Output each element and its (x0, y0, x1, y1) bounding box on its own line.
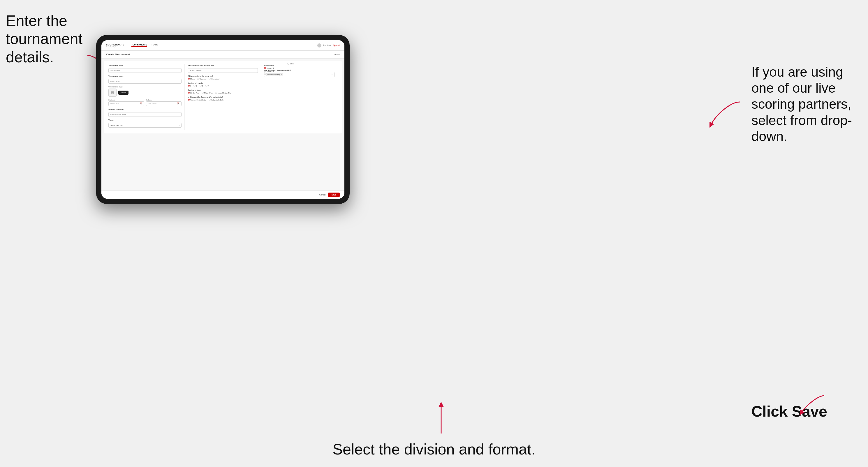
event-type-label: Is this event for Teams and/or Individua… (188, 96, 258, 98)
end-date-field: End date Pick a date 📅 (146, 99, 182, 106)
venue-wrapper: Search golf club (108, 122, 182, 128)
format-5count4[interactable]: 5 count 4 (264, 67, 335, 69)
third-party-caret: ▾ (332, 74, 333, 76)
event-individuals[interactable]: Individuals Only (209, 99, 223, 101)
rounds-2-radio[interactable] (193, 85, 195, 87)
start-date-field: Start date Pick a date 📅 (108, 99, 144, 106)
scoring-medal[interactable]: Medal Match Play (215, 92, 231, 94)
nav-link-teams[interactable]: TEAMS (151, 44, 158, 47)
event-teams-label: Teams (+Individuals) (190, 99, 206, 101)
start-date-label: Start date (108, 99, 144, 101)
third-party-tag: Leaderboard King × (266, 73, 283, 76)
format-other-label: Other (290, 63, 294, 65)
end-date-label: End date (146, 99, 182, 101)
end-date-input[interactable]: Pick a date 📅 (146, 101, 182, 106)
form-col-1: Tournament Host Tournament name Tourname… (108, 64, 185, 130)
rounds-label: Number of rounds (188, 82, 258, 84)
rounds-radio-group: 1 2 3 4 (188, 85, 258, 87)
rounds-2-label: 2 (196, 85, 197, 87)
format-5count4-radio[interactable] (264, 67, 266, 69)
page-title: Create Tournament (106, 53, 130, 56)
scoring-stroke-label: Stroke Play (190, 92, 199, 94)
start-date-placeholder: Pick a date (111, 103, 119, 104)
rounds-2[interactable]: 2 (193, 85, 197, 87)
format-other[interactable]: Other (287, 63, 335, 65)
third-party-clear[interactable]: × (281, 74, 282, 75)
gender-womens[interactable]: Womens (197, 78, 207, 80)
nav-left: SCOREBOARD Powered by Clippit TOURNAMENT… (106, 43, 158, 48)
rounds-1-radio[interactable] (188, 85, 190, 87)
nav-link-tournaments[interactable]: TOURNAMENTS (131, 44, 147, 47)
scoring-stroke-radio[interactable] (188, 92, 190, 94)
rounds-1[interactable]: 1 (188, 85, 191, 87)
annotation-bottom-center: Select the division and format. (333, 440, 535, 458)
gender-combined-label: Combined (211, 78, 219, 80)
calendar-icon-start: 📅 (140, 102, 142, 105)
gender-radio-group: Mens Womens Combined (188, 78, 258, 80)
arrow-bottom-center (432, 401, 450, 436)
calendar-icon-end: 📅 (177, 102, 180, 105)
rounds-4-radio[interactable] (206, 85, 208, 87)
division-wrapper: NCAA Division I (188, 67, 258, 73)
annotation-top-left: Enter the tournament details. (6, 12, 87, 66)
division-label: Which division is the event for? (188, 64, 258, 66)
sponsor-input[interactable] (108, 112, 182, 117)
tournament-logo-label: Tournament logo (108, 86, 182, 88)
form-col-2: Which division is the event for? NCAA Di… (185, 64, 261, 130)
gender-mens-radio[interactable] (188, 78, 190, 80)
rounds-4[interactable]: 4 (206, 85, 209, 87)
form-body: Tournament Host Tournament name Tourname… (104, 61, 342, 133)
scoring-medal-radio[interactable] (215, 92, 217, 94)
tournament-name-input[interactable] (108, 79, 182, 84)
event-teams[interactable]: Teams (+Individuals) (188, 99, 206, 101)
scoring-match-label: Match Play (204, 92, 213, 94)
gender-combined-radio[interactable] (209, 78, 211, 80)
rounds-1-label: 1 (190, 85, 191, 87)
start-date-input[interactable]: Pick a date 📅 (108, 101, 144, 106)
tablet-frame: SCOREBOARD Powered by Clippit TOURNAMENT… (96, 35, 350, 204)
rounds-3-radio[interactable] (199, 85, 202, 87)
sponsor-label: Sponsor (optional) (108, 108, 182, 110)
scoring-match-radio[interactable] (202, 92, 204, 94)
scoring-stroke[interactable]: Stroke Play (188, 92, 199, 94)
scoring-match[interactable]: Match Play (202, 92, 213, 94)
nav-right: T Test User Sign out (317, 43, 340, 48)
logo-placeholder (108, 89, 117, 97)
page-content: Tournament Host Tournament name Tourname… (101, 59, 344, 190)
format-6count5-radio[interactable] (264, 73, 266, 75)
cancel-button[interactable]: Cancel (319, 194, 326, 196)
annotation-top-right: If you are using one of our live scoring… (751, 64, 862, 145)
format-other-radio[interactable] (287, 63, 289, 65)
nav-links: TOURNAMENTS TEAMS (131, 44, 158, 47)
click-save-prefix: Click (751, 403, 792, 420)
rounds-3[interactable]: 3 (199, 85, 203, 87)
arrow-bottom-right (798, 393, 827, 416)
user-name: Test User (323, 44, 331, 46)
nav-bar: SCOREBOARD Powered by Clippit TOURNAMENT… (101, 40, 344, 51)
event-teams-radio[interactable] (188, 99, 190, 101)
tournament-host-input[interactable] (108, 68, 182, 73)
event-individuals-label: Individuals Only (211, 99, 223, 101)
gender-mens[interactable]: Mens (188, 78, 195, 80)
venue-select[interactable]: Search golf club (108, 123, 182, 128)
create-tournament-header: Create Tournament Back (101, 51, 344, 59)
scoring-label: Scoring system (188, 89, 258, 91)
gender-womens-radio[interactable] (197, 78, 199, 80)
division-select[interactable]: NCAA Division I (188, 68, 258, 73)
arrow-top-right (708, 99, 743, 128)
third-party-value: Leaderboard King (268, 74, 280, 75)
tournament-host-label: Tournament Host (108, 64, 182, 66)
scoring-medal-label: Medal Match Play (218, 92, 231, 94)
save-button[interactable]: Save (328, 193, 340, 197)
logo-sub: Powered by Clippit (106, 46, 124, 48)
upload-button[interactable]: Upload (118, 91, 128, 95)
tablet-screen: SCOREBOARD Powered by Clippit TOURNAMENT… (101, 40, 344, 199)
rounds-4-label: 4 (208, 85, 209, 87)
logo-area: Upload (108, 89, 182, 97)
gender-combined[interactable]: Combined (209, 78, 219, 80)
event-individuals-radio[interactable] (209, 99, 211, 101)
form-col-3: Format type 5 count 4 6 count 4 (261, 64, 337, 130)
nav-logo: SCOREBOARD Powered by Clippit (106, 43, 124, 48)
signout-link[interactable]: Sign out (333, 44, 340, 46)
back-button[interactable]: Back (334, 54, 340, 56)
